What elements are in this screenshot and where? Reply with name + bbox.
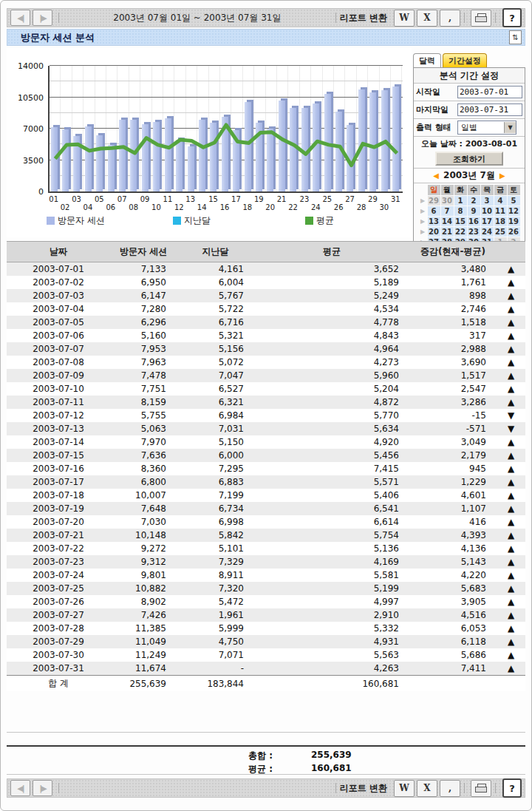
week-select-icon[interactable]: ▶: [419, 196, 427, 206]
x-tick-label: 02: [58, 203, 72, 211]
cell-last-month: 6,883: [177, 475, 254, 489]
end-date-input[interactable]: [457, 104, 522, 116]
next-month-icon[interactable]: ▶: [499, 172, 505, 180]
divider: [495, 783, 496, 793]
cell-sessions: 8,159: [110, 396, 177, 409]
y-tick-label: 7000: [10, 124, 44, 134]
col-header-average: 평균: [254, 242, 409, 262]
calendar-day-cell[interactable]: 1: [454, 196, 467, 206]
cell-diff: 5,686: [409, 648, 497, 662]
calendar-day-cell[interactable]: 9: [468, 206, 480, 216]
cell-average: 4,920: [254, 435, 409, 449]
export-word-button[interactable]: W: [394, 780, 415, 797]
calendar-day-cell[interactable]: 14: [441, 217, 454, 226]
print-button[interactable]: [471, 780, 491, 797]
col-header-sessions: 방문자 세션: [110, 242, 177, 262]
refresh-page-icon[interactable]: ⇅: [509, 30, 522, 44]
calendar-day-cell[interactable]: 4: [494, 196, 507, 206]
calendar-day-cell[interactable]: 22: [454, 227, 467, 237]
export-excel-button[interactable]: X: [417, 780, 437, 797]
table-row: 2003-07-3111,674-4,2637,411▲: [7, 662, 525, 676]
cell-average: 5,136: [254, 542, 409, 555]
next-report-button[interactable]: |▶: [33, 780, 52, 796]
calendar-day-cell[interactable]: 7: [441, 206, 454, 216]
search-button[interactable]: 조회하기: [435, 152, 503, 166]
calendar-day-cell[interactable]: 17: [481, 217, 494, 226]
calendar-day-cell[interactable]: 5: [508, 196, 520, 206]
table-row: 2003-07-026,9506,0045,1891,761▲: [7, 276, 525, 289]
up-arrow-icon: ▲: [497, 489, 525, 502]
up-arrow-icon: ▲: [497, 608, 525, 622]
calendar-day-cell[interactable]: 30: [441, 196, 454, 206]
table-row: 2003-07-277,4261,9612,9104,516▲: [7, 608, 525, 622]
title-bar: 방문자 세션 분석 ⇅: [7, 29, 525, 46]
calendar-month-nav: ◀ 2003년 7월 ▶: [414, 169, 525, 183]
calendar-day-cell[interactable]: 26: [508, 227, 520, 237]
calendar-day-cell[interactable]: 18: [494, 217, 507, 226]
page-title: 방문자 세션 분석: [7, 31, 509, 44]
calendar-day-cell[interactable]: 2: [468, 196, 480, 206]
prev-month-icon[interactable]: ◀: [433, 172, 439, 180]
tab-period-setting[interactable]: 기간설정: [443, 53, 487, 67]
calendar-day-cell[interactable]: 12: [508, 206, 520, 216]
calendar-day-cell[interactable]: 21: [441, 227, 454, 237]
arrow-left-icon: ◀: [17, 13, 21, 23]
calendar-day-cell[interactable]: 3: [481, 196, 494, 206]
print-button[interactable]: [471, 10, 491, 27]
tab-calendar[interactable]: 달력: [413, 53, 441, 67]
calendar-day-cell[interactable]: 13: [428, 217, 440, 226]
cell-date: 2003-07-28: [7, 622, 110, 635]
prev-report-button[interactable]: ◀|: [10, 10, 30, 26]
table-row: 2003-07-249,8018,9115,5814,220▲: [7, 569, 525, 582]
export-excel-button[interactable]: X: [417, 10, 437, 27]
x-tick-label: 29: [365, 195, 380, 203]
table-row: 2003-07-135,0637,0315,634-571▼: [7, 422, 525, 435]
calendar-day-cell[interactable]: 20: [428, 227, 440, 237]
cell-empty: [497, 676, 525, 692]
export-text-button[interactable]: ,: [440, 10, 460, 27]
printer-icon: [475, 13, 487, 22]
calendar-day-cell[interactable]: 15: [454, 217, 467, 226]
cell-diff: 3,286: [409, 396, 497, 409]
week-select-icon[interactable]: ▶: [419, 217, 427, 226]
up-arrow-icon: ▲: [497, 622, 525, 635]
export-text-button[interactable]: ,: [440, 780, 460, 797]
cell-sessions: 11,385: [110, 622, 177, 635]
help-button[interactable]: ?: [502, 8, 522, 27]
calendar-day-cell[interactable]: 23: [468, 227, 480, 237]
x-tick-label: 31: [388, 195, 403, 203]
cell-date: 2003-07-02: [7, 276, 110, 289]
calendar-day-cell[interactable]: 19: [508, 217, 520, 226]
output-type-select[interactable]: 일별 ▼: [457, 121, 516, 135]
cell-diff: 4,136: [409, 542, 497, 555]
cell-sessions: 7,751: [110, 382, 177, 396]
cell-sessions: 8,360: [110, 462, 177, 475]
cell-last-month: 5,156: [177, 342, 254, 356]
calendar-day-cell[interactable]: 24: [481, 227, 494, 237]
toolbar-bottom: ◀| |▶ 리포트 변환 W X , ?: [7, 778, 525, 798]
table-row: 2003-07-2110,1485,8425,7544,393▲: [7, 529, 525, 542]
week-select-icon[interactable]: ▶: [419, 206, 427, 216]
start-date-input[interactable]: [457, 86, 522, 98]
cell-date: 2003-07-14: [7, 435, 110, 449]
calendar-day-cell[interactable]: 6: [428, 206, 440, 216]
next-report-button[interactable]: |▶: [33, 10, 52, 26]
export-word-button[interactable]: W: [394, 10, 415, 27]
table-row: 2003-07-118,1596,3214,8723,286▲: [7, 396, 525, 409]
x-tick-label: 11: [160, 195, 175, 203]
calendar-day-cell[interactable]: 10: [481, 206, 494, 216]
visitor-session-table: 날짜 방문자 세션 지난달 평균 증감(현재-평균) 2003-07-017,1…: [7, 241, 525, 691]
calendar-day-cell[interactable]: 8: [454, 206, 467, 216]
calendar-day-cell[interactable]: 29: [428, 196, 440, 206]
cell-average: 4,169: [254, 555, 409, 569]
table-row: 2003-07-207,0306,9986,614416▲: [7, 515, 525, 529]
divider: [495, 13, 496, 23]
prev-report-button[interactable]: ◀|: [10, 780, 30, 796]
calendar-day-cell[interactable]: 11: [494, 206, 507, 216]
help-button[interactable]: ?: [502, 778, 522, 798]
x-tick-label: 04: [81, 203, 95, 211]
calendar-day-cell[interactable]: 16: [468, 217, 480, 226]
calendar-day-cell[interactable]: 25: [494, 227, 507, 237]
x-tick-label: 17: [228, 195, 243, 203]
week-select-icon[interactable]: ▶: [419, 227, 427, 237]
